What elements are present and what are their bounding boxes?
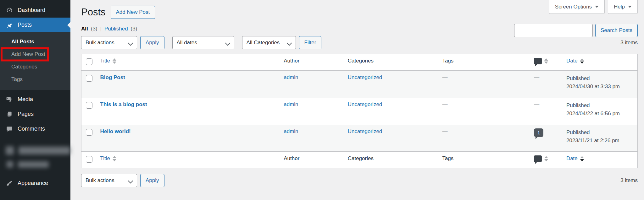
search-posts-button[interactable]: Search Posts (595, 24, 638, 37)
comment-icon (534, 58, 542, 64)
filter-all-count: (3) (91, 26, 97, 32)
redacted-icon (6, 146, 14, 155)
sidebar-item-add-new-post[interactable]: Add New Post (0, 48, 70, 61)
date-column-header: Date (566, 155, 578, 162)
sidebar-item-label: Comments (18, 126, 45, 132)
post-status: Published (566, 128, 634, 137)
sidebar-item-label: Media (18, 96, 33, 103)
post-author-link[interactable]: admin (284, 101, 298, 107)
sort-by-comments[interactable] (534, 58, 548, 64)
all-categories-value: All Categories (247, 40, 280, 46)
sidebar-item-tags[interactable]: Tags (0, 73, 70, 86)
sidebar-item-label: All Posts (11, 39, 34, 45)
post-date: 2024/04/22 at 6:56 pm (566, 110, 634, 118)
sidebar-item-comments[interactable]: Comments (0, 122, 70, 136)
search-box: Search Posts (514, 24, 638, 37)
screen-meta-toggles: Screen Options Help (549, 0, 638, 14)
post-category-link[interactable]: Uncategorized (348, 128, 382, 134)
post-status: Published (566, 101, 634, 110)
post-status: Published (566, 74, 634, 83)
post-category-link[interactable]: Uncategorized (348, 74, 382, 80)
author-column-header: Author (280, 152, 344, 168)
comments-value: — (534, 74, 539, 80)
sort-by-title[interactable]: Title (100, 58, 117, 64)
all-dates-select[interactable]: All dates (172, 36, 234, 49)
page-title: Posts (81, 7, 106, 18)
posts-submenu: All Posts Add New Post Categories Tags (0, 32, 70, 90)
sort-by-date[interactable]: Date (566, 155, 584, 162)
post-author-link[interactable]: admin (284, 74, 298, 80)
tags-value: — (442, 101, 447, 107)
tags-column-header: Tags (438, 152, 530, 168)
chevron-down-icon (628, 6, 632, 8)
post-category-link[interactable]: Uncategorized (348, 101, 382, 107)
title-column-header: Title (100, 155, 110, 162)
bulk-actions-select[interactable]: Bulk actions (81, 174, 137, 187)
post-title-link[interactable]: Hello world! (100, 128, 131, 134)
select-all-checkbox[interactable] (86, 156, 92, 163)
posts-table: Title Author Categories Tags (81, 54, 638, 168)
post-title-link[interactable]: Blog Post (100, 74, 125, 80)
sidebar-item-pages[interactable]: Pages (0, 107, 70, 122)
sort-by-title[interactable]: Title (100, 155, 117, 162)
post-title-link[interactable]: This is a blog post (100, 101, 147, 107)
select-row-checkbox[interactable] (86, 102, 92, 109)
table-row: Blog Post admin Uncategorized — — Publis… (81, 71, 638, 98)
post-date: 2024/04/30 at 3:33 pm (566, 83, 634, 91)
table-row: This is a blog post admin Uncategorized … (81, 98, 638, 125)
sidebar-item-posts[interactable]: Posts (0, 18, 70, 32)
sidebar-item-dashboard[interactable]: Dashboard (0, 3, 70, 18)
screen-options-label: Screen Options (555, 4, 592, 10)
sort-arrows-icon (580, 156, 584, 161)
search-input[interactable] (514, 24, 593, 37)
filter-published-link[interactable]: Published (104, 26, 128, 32)
tags-column-header: Tags (438, 54, 530, 71)
sidebar-item-media[interactable]: Media (0, 92, 70, 107)
date-column-header: Date (566, 58, 578, 64)
filter-published-count: (3) (131, 26, 137, 32)
all-categories-select[interactable]: All Categories (242, 36, 296, 49)
select-row-checkbox[interactable] (86, 75, 92, 82)
bulk-actions-value: Bulk actions (86, 177, 114, 184)
sidebar-item-label: Tags (11, 76, 23, 82)
redacted-icon (7, 161, 13, 168)
help-label: Help (614, 4, 625, 10)
pushpin-icon (6, 21, 13, 29)
comment-icon (6, 125, 13, 133)
filter-all-link[interactable]: All (81, 26, 88, 32)
screen-options-button[interactable]: Screen Options (549, 0, 605, 14)
sort-by-comments[interactable] (534, 155, 548, 162)
select-row-checkbox[interactable] (86, 129, 92, 136)
all-dates-value: All dates (177, 40, 197, 46)
main-content: Screen Options Help Posts Add New Post A… (70, 0, 644, 200)
paintbrush-icon (6, 180, 13, 187)
add-new-post-button[interactable]: Add New Post (111, 6, 155, 19)
sort-arrows-icon (580, 58, 584, 64)
sidebar-item-all-posts[interactable]: All Posts (0, 35, 70, 48)
filter-button[interactable]: Filter (299, 36, 322, 49)
active-menu-arrow-icon (67, 22, 70, 28)
select-all-checkbox[interactable] (86, 58, 92, 65)
table-footer-row: Title Author Categories Tags (81, 152, 638, 168)
redacted-menu-section (0, 146, 70, 168)
sidebar-item-appearance[interactable]: Appearance (0, 176, 70, 191)
item-count: 3 items (620, 40, 638, 46)
apply-button[interactable]: Apply (140, 36, 164, 49)
bulk-actions-value: Bulk actions (86, 40, 114, 46)
comment-count-bubble[interactable]: 1 (534, 128, 543, 137)
sidebar-item-label: Pages (18, 111, 34, 117)
sort-by-date[interactable]: Date (566, 58, 584, 64)
sort-arrows-icon (113, 58, 116, 64)
apply-button[interactable]: Apply (140, 174, 164, 187)
post-author-link[interactable]: admin (284, 128, 298, 134)
tags-value: — (442, 74, 447, 80)
sort-arrows-icon (544, 58, 548, 64)
sort-arrows-icon (113, 156, 116, 161)
sidebar-item-categories[interactable]: Categories (0, 61, 70, 73)
sidebar-item-label: Appearance (18, 180, 48, 186)
dashboard-icon (6, 7, 13, 14)
chevron-down-icon (595, 6, 599, 8)
bulk-actions-select[interactable]: Bulk actions (81, 36, 137, 49)
tablenav-top: Bulk actions Apply All dates All Categor… (81, 36, 638, 49)
help-button[interactable]: Help (608, 0, 638, 14)
